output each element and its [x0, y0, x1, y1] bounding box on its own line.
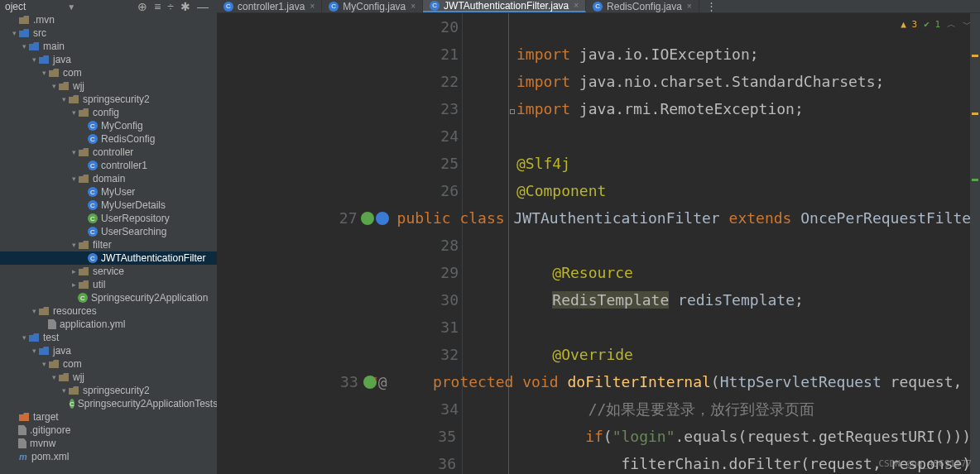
tree-node-UserSearching[interactable]: CUserSearching	[0, 225, 217, 238]
tree-node-service[interactable]: service	[0, 265, 217, 278]
spring-icon[interactable]	[361, 212, 374, 225]
tree-node--mvn[interactable]: .mvn	[0, 13, 217, 26]
code-line[interactable]: 30 RedisTemplate redisTemplate;	[217, 286, 980, 314]
tab-JWTAuthenticationFilter-java[interactable]: CJWTAuthenticationFilter.java×	[423, 0, 586, 12]
chevron-icon[interactable]	[20, 333, 28, 342]
code-line[interactable]: 24	[217, 122, 980, 150]
tree-node-application-yml[interactable]: application.yml	[0, 318, 217, 331]
class-icon: C	[223, 2, 233, 12]
tree-node-test[interactable]: test	[0, 331, 217, 344]
tree-node-MyUserDetails[interactable]: CMyUserDetails	[0, 199, 217, 212]
close-icon[interactable]: ×	[574, 1, 579, 10]
chevron-icon[interactable]	[70, 241, 78, 249]
code-line[interactable]: 34 //如果是要登录，放行到登录页面	[217, 395, 980, 423]
tree-node-pom-xml[interactable]: mpom.xml	[0, 450, 217, 463]
fold-icon[interactable]	[510, 109, 515, 114]
code-line[interactable]: 21import java.io.IOException;	[217, 41, 980, 68]
tree-node-springsecurity2[interactable]: springsecurity2	[0, 93, 217, 106]
chevron-icon[interactable]	[50, 82, 58, 90]
locate-icon[interactable]: ⊕	[137, 0, 147, 13]
tree-node--gitignore[interactable]: .gitignore	[0, 424, 217, 437]
tree-node-Springsecurity2ApplicationTests[interactable]: CSpringsecurity2ApplicationTests	[0, 397, 217, 410]
code-line[interactable]: 27public class JWTAuthenticationFilter e…	[217, 204, 980, 232]
tree-node-JWTAuthenticationFilter[interactable]: CJWTAuthenticationFilter	[0, 251, 217, 265]
code-line[interactable]: 36 filterChain.doFilter(request, respons…	[217, 450, 980, 474]
line-number: 23	[217, 100, 462, 117]
project-label: oject	[5, 1, 64, 12]
code-line[interactable]: 23import java.rmi.RemoteException;	[217, 95, 980, 122]
tree-node-controller[interactable]: controller	[0, 146, 217, 159]
tree-node-config[interactable]: config	[0, 106, 217, 119]
chevron-icon[interactable]	[30, 307, 38, 315]
tree-node-MyConfig[interactable]: CMyConfig	[0, 119, 217, 132]
close-icon[interactable]: ×	[687, 2, 692, 11]
chevron-icon[interactable]	[40, 360, 48, 368]
chevron-icon[interactable]	[30, 347, 38, 355]
bean-icon[interactable]	[376, 212, 389, 225]
class-icon: C	[88, 213, 98, 223]
hide-icon[interactable]: —	[197, 0, 209, 13]
code-line[interactable]: 32 @Override	[217, 341, 980, 368]
chevron-icon[interactable]	[40, 69, 48, 77]
tree-node-java[interactable]: java	[0, 53, 217, 66]
tree-node-com[interactable]: com	[0, 357, 217, 371]
folder-icon	[58, 372, 70, 382]
code-line[interactable]: 22import java.nio.charset.StandardCharse…	[217, 68, 980, 95]
chevron-icon[interactable]	[20, 42, 28, 50]
code-line[interactable]: 28	[217, 232, 980, 259]
tree-node-springsecurity2[interactable]: springsecurity2	[0, 384, 217, 397]
code-line[interactable]: 25@Slf4j	[217, 150, 980, 177]
tab-MyConfig-java[interactable]: CMyConfig.java×	[322, 0, 423, 12]
expand-icon[interactable]: ≡	[154, 0, 161, 13]
chevron-icon[interactable]	[30, 55, 38, 64]
project-header[interactable]: oject ▼ ⊕ ≡ ÷ ✱ —	[0, 0, 217, 13]
project-dropdown-icon[interactable]: ▼	[67, 2, 75, 12]
chevron-icon[interactable]	[70, 148, 78, 156]
project-tree[interactable]: .mvnsrcmainjavacomwjjspringsecurity2conf…	[0, 13, 217, 474]
chevron-icon[interactable]	[50, 373, 58, 381]
tree-node-UserRepository[interactable]: CUserRepository	[0, 212, 217, 225]
gear-icon[interactable]: ✱	[180, 0, 190, 13]
tree-node-domain[interactable]: domain	[0, 172, 217, 185]
code-editor[interactable]: ▲ 3 ✔ 1 ︿ ﹀ 2021import java.io.IOExcepti…	[217, 13, 980, 474]
tree-node-java[interactable]: java	[0, 344, 217, 357]
collapse-icon[interactable]: ÷	[167, 0, 174, 13]
line-number: 27	[217, 209, 361, 227]
chevron-icon[interactable]	[70, 267, 78, 275]
tree-node-wjj[interactable]: wjj	[0, 79, 217, 93]
tree-node-src[interactable]: src	[0, 26, 217, 40]
close-icon[interactable]: ×	[310, 2, 315, 11]
tree-node-util[interactable]: util	[0, 278, 217, 291]
code-line[interactable]: 20	[217, 13, 980, 41]
tree-node-mvnw[interactable]: mvnw	[0, 437, 217, 450]
close-icon[interactable]: ×	[411, 2, 416, 11]
override-icon[interactable]	[363, 376, 377, 389]
code-line[interactable]: 29 @Resource	[217, 259, 980, 286]
tree-node-wjj[interactable]: wjj	[0, 371, 217, 384]
tree-node-target[interactable]: target	[0, 410, 217, 424]
tabs-more-icon[interactable]: ⋮	[699, 0, 723, 12]
chevron-icon[interactable]	[70, 108, 78, 117]
tab-RedisConfig-java[interactable]: CRedisConfig.java×	[586, 0, 699, 12]
code-line[interactable]: 35 if("login".equals(request.getRequestU…	[217, 423, 980, 450]
folder-icon	[48, 68, 60, 78]
tree-node-MyUser[interactable]: CMyUser	[0, 185, 217, 199]
code-line[interactable]: 26@Component	[217, 177, 980, 204]
chevron-icon[interactable]	[60, 95, 68, 103]
tree-node-resources[interactable]: resources	[0, 304, 217, 318]
chevron-icon[interactable]	[70, 175, 78, 183]
tree-node-Springsecurity2Application[interactable]: CSpringsecurity2Application	[0, 291, 217, 304]
chevron-icon[interactable]	[70, 280, 78, 289]
tree-node-main[interactable]: main	[0, 40, 217, 53]
line-number: 21	[217, 45, 462, 63]
chevron-icon[interactable]	[10, 29, 18, 37]
code-line[interactable]: 33@ protected void doFilterInternal(Http…	[217, 368, 980, 395]
chevron-icon[interactable]	[60, 386, 68, 395]
tree-node-com[interactable]: com	[0, 66, 217, 79]
tree-node-controller1[interactable]: Ccontroller1	[0, 159, 217, 172]
scrollbar[interactable]	[970, 13, 980, 474]
code-line[interactable]: 31	[217, 314, 980, 341]
tab-controller1-java[interactable]: Ccontroller1.java×	[217, 0, 322, 12]
tree-node-RedisConfig[interactable]: CRedisConfig	[0, 132, 217, 146]
tree-node-filter[interactable]: filter	[0, 238, 217, 251]
